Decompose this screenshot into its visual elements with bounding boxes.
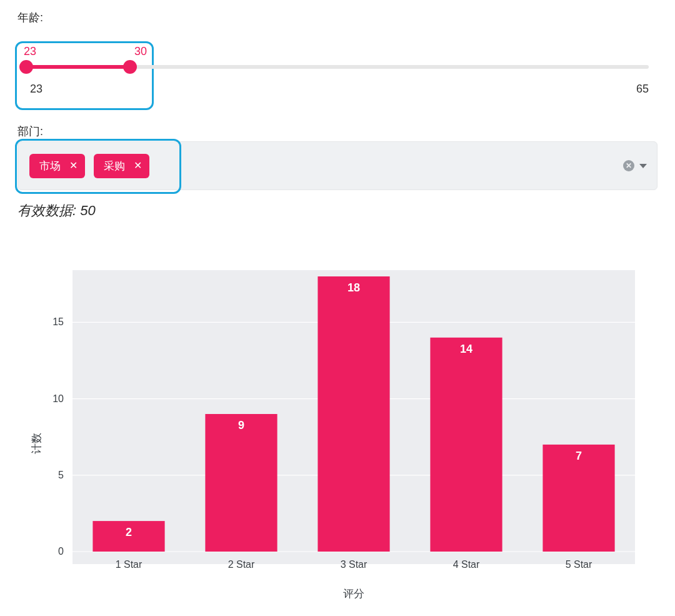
- age-filter: 年龄: 23 30 23 65: [18, 10, 658, 96]
- department-chip[interactable]: 市场✕: [29, 154, 85, 178]
- chart-y-tick: 0: [58, 546, 64, 557]
- valid-data-value: 50: [80, 203, 95, 218]
- chart-bar-label: 18: [348, 281, 360, 294]
- age-label: 年龄:: [18, 10, 658, 25]
- valid-data-label: 有效数据:: [18, 203, 76, 218]
- age-slider-low-tooltip: 23: [24, 45, 36, 58]
- age-slider-track[interactable]: [26, 65, 649, 69]
- chart-y-tick: 10: [52, 393, 64, 404]
- department-filter: 部门: 市场✕采购✕ ✕: [18, 124, 658, 190]
- chart-x-tick: 5 Star: [566, 559, 592, 570]
- chart-y-tick: 5: [58, 470, 64, 480]
- chart-bar-label: 2: [126, 526, 132, 538]
- chart-bar-label: 14: [460, 343, 472, 355]
- chart-y-tick: 15: [52, 316, 64, 327]
- age-slider-handle-low[interactable]: [19, 60, 33, 74]
- valid-data-count: 有效数据: 50: [18, 201, 658, 220]
- age-slider[interactable]: 23 30 23 65: [18, 28, 658, 96]
- chip-remove-icon[interactable]: ✕: [134, 161, 142, 171]
- chart-bar: [205, 414, 277, 552]
- department-multiselect[interactable]: 市场✕采购✕ ✕: [18, 141, 658, 190]
- department-label: 部门:: [18, 124, 658, 139]
- chart-x-tick: 1 Star: [116, 559, 142, 570]
- chart-x-tick: 4 Star: [453, 559, 480, 570]
- age-slider-high-tooltip: 30: [134, 45, 147, 58]
- dropdown-caret-icon[interactable]: [639, 164, 647, 168]
- rating-chart: 计数 051015 2918147 1 Star2 Star3 Star4 St…: [18, 270, 658, 601]
- chip-remove-icon[interactable]: ✕: [69, 161, 78, 171]
- chart-x-axis-label: 评分: [72, 587, 635, 601]
- department-chip-label: 市场: [39, 159, 61, 173]
- chart-bar: [430, 338, 502, 552]
- department-chip-label: 采购: [104, 159, 125, 173]
- chart-x-tick: 3 Star: [341, 559, 368, 570]
- age-slider-max: 65: [636, 83, 649, 96]
- clear-all-icon[interactable]: ✕: [623, 160, 634, 171]
- chart-bar: [318, 276, 389, 552]
- age-slider-min: 23: [30, 83, 42, 96]
- chart-plot-area: 051015 2918147 1 Star2 Star3 Star4 Star5…: [72, 270, 635, 564]
- chart-y-axis-label: 计数: [29, 432, 44, 453]
- chart-bar-label: 7: [576, 450, 582, 462]
- chart-bar-label: 9: [238, 419, 244, 432]
- age-slider-fill: [26, 65, 130, 69]
- age-slider-handle-high[interactable]: [123, 60, 137, 74]
- chart-x-tick: 2 Star: [228, 559, 255, 570]
- department-chip[interactable]: 采购✕: [94, 154, 149, 178]
